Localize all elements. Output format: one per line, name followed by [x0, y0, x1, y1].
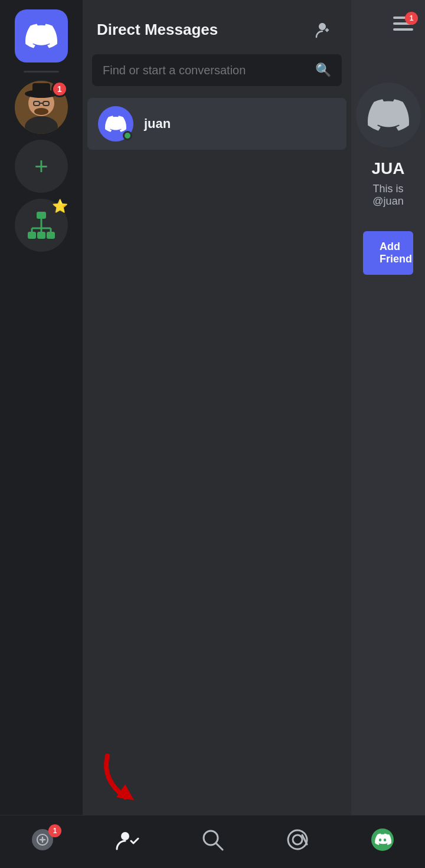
add-friend-button[interactable]: Add Friend — [363, 231, 413, 275]
app-container: 1 + ⭐ Direct Messag — [0, 0, 425, 868]
profile-name: JUA — [371, 159, 404, 178]
dm-avatar-juan — [98, 106, 133, 142]
dm-panel: Direct Messages 🔍 — [83, 0, 351, 815]
server-divider — [24, 71, 59, 73]
dm-list: juan — [83, 98, 351, 815]
profile-desc-handle: @juan — [372, 195, 403, 207]
sidebar-item-home[interactable] — [15, 9, 68, 63]
search-bar[interactable]: 🔍 — [92, 54, 342, 86]
dm-header: Direct Messages — [83, 0, 351, 54]
nav-item-search[interactable] — [189, 824, 236, 860]
home-nav-notification: 1 — [48, 824, 61, 837]
dm-panel-title: Direct Messages — [97, 21, 218, 39]
online-status-dot — [123, 131, 132, 140]
svg-point-8 — [34, 108, 48, 115]
dm-name-juan: juan — [144, 116, 171, 131]
avatar-notification-badge: 1 — [51, 81, 68, 97]
star-badge: ⭐ — [52, 199, 68, 214]
profile-card-area: JUA This is @juan Add Friend — [351, 47, 425, 287]
menu-line-3 — [393, 28, 413, 31]
svg-rect-11 — [37, 232, 45, 239]
bottom-nav: 1 — [0, 815, 425, 868]
discord-nav-icon — [371, 828, 394, 856]
dm-item-juan[interactable]: juan — [87, 98, 346, 150]
menu-notification-badge: 1 — [405, 12, 418, 25]
friends-nav-icon — [116, 828, 139, 856]
nav-item-friends[interactable] — [104, 824, 151, 860]
nav-item-mentions[interactable] — [274, 824, 321, 860]
search-nav-icon — [201, 828, 224, 856]
svg-line-23 — [216, 843, 223, 850]
svg-rect-10 — [28, 232, 36, 239]
svg-point-24 — [293, 835, 302, 844]
svg-rect-9 — [37, 212, 46, 219]
nav-item-discord[interactable] — [359, 824, 406, 860]
svg-rect-12 — [47, 232, 55, 239]
mentions-nav-icon — [286, 828, 309, 856]
search-icon: 🔍 — [315, 63, 331, 78]
search-input[interactable] — [103, 64, 308, 77]
server-sidebar: 1 + ⭐ — [0, 0, 83, 815]
svg-rect-4 — [32, 83, 50, 95]
svg-point-21 — [121, 832, 129, 840]
plus-icon: + — [34, 153, 48, 180]
right-panel-header: 1 — [351, 0, 425, 47]
sidebar-item-tree-server[interactable]: ⭐ — [15, 199, 68, 252]
right-panel: 1 JUA This is @juan Add Friend — [351, 0, 425, 815]
profile-desc-prefix: This is — [372, 183, 403, 195]
profile-description: This is @juan — [372, 183, 403, 208]
hamburger-menu-button[interactable]: 1 — [393, 17, 413, 31]
profile-avatar-large — [356, 83, 421, 147]
nav-item-home[interactable]: 1 — [19, 824, 66, 860]
sidebar-item-avatar[interactable]: 1 — [15, 81, 68, 134]
new-dm-button[interactable] — [311, 17, 337, 42]
sidebar-item-add-server[interactable]: + — [15, 140, 68, 193]
